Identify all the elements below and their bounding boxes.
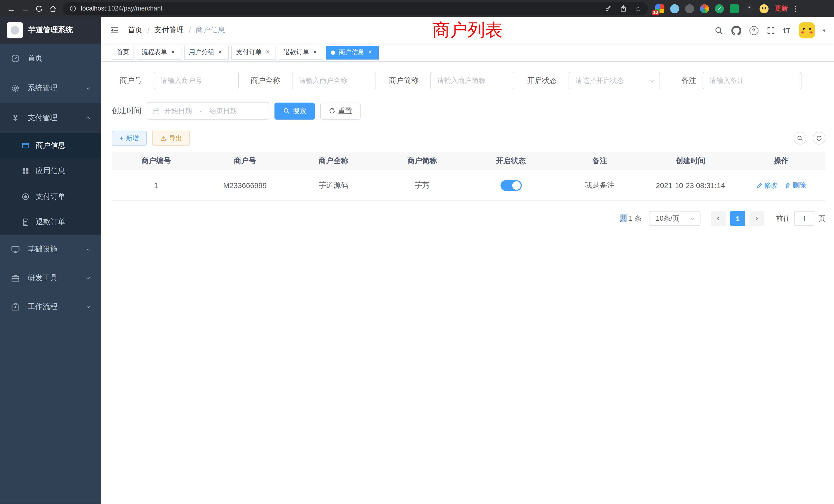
chevron-down-icon bbox=[85, 303, 91, 310]
prev-page-button[interactable] bbox=[711, 211, 726, 226]
column-header: 开启状态 bbox=[466, 156, 555, 165]
profile-avatar-icon[interactable] bbox=[760, 4, 769, 13]
close-icon[interactable]: × bbox=[311, 49, 319, 56]
add-button-label: 新增 bbox=[126, 134, 139, 143]
close-icon[interactable]: × bbox=[217, 49, 224, 56]
remark-input[interactable] bbox=[703, 72, 802, 89]
sidebar-item-dev-tools[interactable]: 研发工具 bbox=[0, 264, 101, 292]
reload-icon[interactable] bbox=[32, 2, 46, 16]
password-key-icon[interactable] bbox=[605, 5, 612, 12]
font-size-icon[interactable]: tT bbox=[784, 26, 791, 35]
filter-form-row-1: 商户号 商户全称 商户简称 开启状态 请选择开启状态 备注 bbox=[112, 72, 834, 89]
table-toolbar: + 新增 导出 bbox=[112, 131, 826, 146]
tab-refund-order[interactable]: 退款订单× bbox=[279, 45, 323, 59]
full-name-input[interactable] bbox=[292, 72, 376, 89]
sidebar-item-label: 研发工具 bbox=[28, 273, 58, 283]
export-button[interactable]: 导出 bbox=[152, 131, 190, 146]
extension-icon[interactable]: * bbox=[745, 4, 754, 13]
column-header: 商户全称 bbox=[289, 156, 378, 165]
chevron-up-icon bbox=[85, 115, 91, 121]
sidebar-item-label: 应用信息 bbox=[36, 166, 65, 176]
short-name-input[interactable] bbox=[430, 72, 514, 89]
create-time-range-picker[interactable]: 开始日期 - 结束日期 bbox=[147, 102, 269, 120]
browser-menu-icon[interactable]: ⋮ bbox=[792, 4, 799, 13]
extension-icon[interactable]: ✓ bbox=[715, 4, 724, 13]
reset-button[interactable]: 重置 bbox=[320, 102, 360, 119]
tab-process-form[interactable]: 流程表单× bbox=[137, 45, 181, 59]
share-icon[interactable] bbox=[620, 5, 627, 12]
status-toggle[interactable] bbox=[500, 180, 522, 190]
close-icon[interactable]: × bbox=[169, 49, 177, 56]
sidebar-item-payment[interactable]: ¥ 支付管理 bbox=[0, 103, 101, 133]
sidebar-item-label: 商户信息 bbox=[36, 141, 65, 151]
tab-merchant-info[interactable]: 商户信息× bbox=[326, 45, 379, 59]
sidebar-item-infrastructure[interactable]: 基础设施 bbox=[0, 235, 101, 264]
sidebar-item-app-info[interactable]: 应用信息 bbox=[0, 158, 101, 184]
merchant-table: 商户编号 商户号 商户全称 商户简称 开启状态 备注 创建时间 操作 1 M23… bbox=[112, 152, 826, 201]
extension-icon[interactable] bbox=[685, 4, 694, 13]
date-separator: - bbox=[199, 107, 202, 115]
sidebar-item-workflow[interactable]: 工作流程 bbox=[0, 292, 101, 321]
site-info-icon[interactable] bbox=[69, 5, 76, 12]
tab-pay-order[interactable]: 支付订单× bbox=[232, 45, 276, 59]
sidebar-item-pay-order[interactable]: 支付订单 bbox=[0, 184, 101, 209]
hamburger-icon[interactable] bbox=[110, 25, 119, 35]
browser-toolbar: ← → localhost:1024/pay/merchant bbox=[0, 0, 834, 17]
sidebar-item-label: 首页 bbox=[28, 54, 43, 63]
tab-user-group[interactable]: 用户分组× bbox=[184, 45, 229, 59]
edit-button[interactable]: 修改 bbox=[756, 180, 778, 190]
home-icon[interactable] bbox=[46, 2, 60, 16]
fullscreen-icon[interactable] bbox=[766, 26, 775, 35]
show-search-toggle-button[interactable] bbox=[794, 132, 807, 145]
close-icon[interactable]: × bbox=[367, 49, 374, 56]
user-dropdown-caret-icon[interactable]: ▾ bbox=[823, 27, 825, 33]
status-select[interactable]: 请选择开启状态 bbox=[569, 72, 660, 89]
breadcrumb-separator: / bbox=[147, 26, 150, 35]
column-header: 商户简称 bbox=[378, 156, 466, 165]
chevron-down-icon bbox=[649, 77, 655, 84]
sidebar-item-label: 工作流程 bbox=[28, 302, 58, 312]
status-select-placeholder: 请选择开启状态 bbox=[575, 76, 649, 85]
search-icon[interactable] bbox=[714, 26, 723, 35]
filter-form-row-2: 创建时间 开始日期 - 结束日期 搜索 bbox=[112, 102, 834, 120]
sidebar-item-refund-order[interactable]: 退款订单 bbox=[0, 209, 101, 235]
page-number-button[interactable]: 1 bbox=[730, 211, 745, 226]
refresh-table-button[interactable] bbox=[813, 132, 826, 145]
sidebar-item-merchant-info[interactable]: 商户信息 bbox=[0, 133, 101, 158]
add-button[interactable]: + 新增 bbox=[112, 131, 147, 146]
help-icon[interactable]: ? bbox=[749, 26, 758, 35]
tab-home[interactable]: 首页 bbox=[112, 45, 134, 59]
close-icon[interactable]: × bbox=[264, 49, 271, 56]
sidebar-item-system[interactable]: 系统管理 bbox=[0, 73, 101, 103]
chrome-update-button[interactable]: 更新 bbox=[775, 4, 788, 13]
back-icon[interactable]: ← bbox=[4, 2, 18, 16]
reset-button-label: 重置 bbox=[338, 106, 352, 115]
extension-icon[interactable] bbox=[730, 4, 739, 13]
pagination-total-rest: 1 条 bbox=[627, 214, 641, 222]
delete-button[interactable]: 删除 bbox=[784, 180, 806, 190]
forward-icon[interactable]: → bbox=[18, 2, 32, 16]
github-icon[interactable] bbox=[731, 25, 741, 35]
pagination-total-highlight: 共 bbox=[620, 214, 627, 222]
cell-short-name: 芋艿 bbox=[378, 180, 466, 190]
extension-icon[interactable] bbox=[700, 4, 709, 13]
merchant-no-input[interactable] bbox=[154, 72, 239, 89]
user-avatar[interactable] bbox=[799, 22, 815, 38]
column-header: 备注 bbox=[555, 156, 644, 165]
bookmark-star-icon[interactable]: ☆ bbox=[635, 4, 641, 13]
page-size-select[interactable]: 10条/页 bbox=[649, 211, 701, 226]
breadcrumb-home[interactable]: 首页 bbox=[128, 25, 142, 35]
extension-icon[interactable] bbox=[670, 4, 679, 13]
goto-page-input[interactable] bbox=[794, 211, 814, 226]
sidebar-item-home[interactable]: 首页 bbox=[0, 44, 101, 73]
sidebar-item-label: 系统管理 bbox=[28, 84, 58, 93]
chevron-down-icon bbox=[85, 275, 91, 281]
search-button[interactable]: 搜索 bbox=[275, 102, 315, 119]
refresh-icon bbox=[816, 135, 822, 141]
extensions-row: 10 ✓ * bbox=[655, 4, 769, 13]
extension-icon[interactable]: 10 bbox=[655, 4, 664, 13]
next-page-button[interactable] bbox=[749, 211, 764, 226]
breadcrumb-payment[interactable]: 支付管理 bbox=[154, 25, 184, 35]
address-bar[interactable]: localhost:1024/pay/merchant ☆ bbox=[63, 2, 648, 15]
column-header: 创建时间 bbox=[644, 156, 737, 165]
